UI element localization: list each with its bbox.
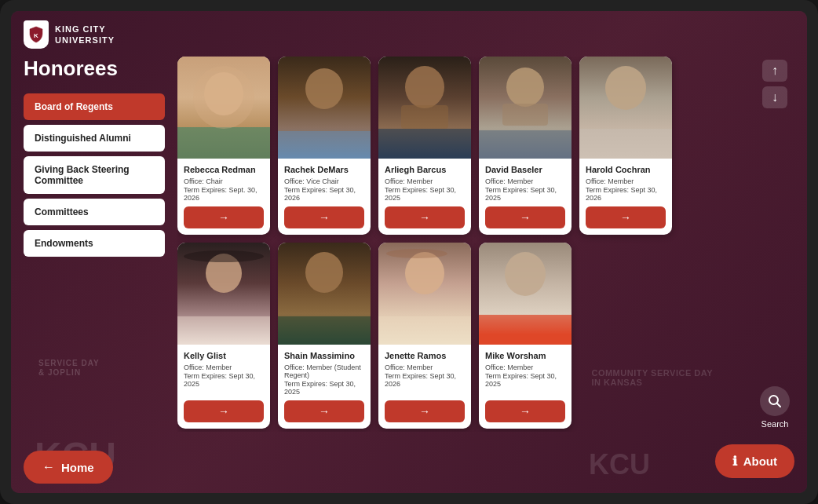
home-button-label: Home (61, 461, 94, 474)
card-name-david: David Baseler (485, 165, 565, 175)
card-info-shain: Shain Massimino Office: Member (Student … (278, 345, 371, 400)
card-name-arliegh: Arliegh Barcus (385, 165, 465, 175)
card-harold-cochran: Harold Cochran Office: Member Term Expir… (579, 57, 672, 235)
sidebar-title: Honorees (24, 57, 165, 81)
card-jenette-ramos: Jenette Ramos Office: Member Term Expire… (378, 243, 471, 429)
header: K King City University (24, 20, 794, 49)
card-office-arliegh: Office: Member (385, 177, 465, 185)
about-icon: ℹ (732, 454, 737, 469)
scroll-up-button[interactable]: ↑ (762, 60, 787, 82)
about-button[interactable]: ℹ About (715, 444, 794, 478)
photo-shain (278, 243, 371, 345)
photo-mike (479, 243, 572, 345)
card-term-david: Term Expires: Sept 30, 2025 (485, 186, 565, 202)
card-office-shain: Office: Member (Student Regent) (284, 363, 364, 379)
main-content: K King City University Honorees Board of… (11, 11, 807, 493)
photo-rebecca (177, 57, 270, 159)
photo-rachek (278, 57, 371, 159)
card-office-jenette: Office: Member (385, 363, 465, 371)
card-name-kelly: Kelly Glist (184, 351, 264, 361)
card-shain-massimino: Shain Massimino Office: Member (Student … (278, 243, 371, 429)
card-info-jenette: Jenette Ramos Office: Member Term Expire… (378, 345, 471, 400)
photo-harold (579, 57, 672, 159)
search-label: Search (761, 419, 789, 429)
sidebar-nav: Board of Regents Distinguished Alumni Gi… (24, 93, 165, 432)
card-term-arliegh: Term Expires: Sept 30, 2025 (385, 186, 465, 202)
card-info-david: David Baseler Office: Member Term Expire… (479, 159, 572, 206)
card-arrow-rachek[interactable]: → (284, 206, 364, 228)
screen: KCU KCU SERVICE DAY & JOPLIN COMMUNITY S… (11, 11, 807, 493)
card-office-rachek: Office: Vice Chair (284, 177, 364, 185)
home-button[interactable]: ← Home (24, 451, 113, 484)
svg-text:K: K (34, 32, 38, 39)
main-area: Honorees Board of Regents Distinguished … (24, 57, 794, 432)
card-name-harold: Harold Cochran (586, 165, 666, 175)
about-button-label: About (743, 455, 777, 468)
card-arrow-arliegh[interactable]: → (385, 206, 465, 228)
sidebar-item-committees[interactable]: Committees (24, 199, 165, 225)
card-office-rebecca: Office: Chair (184, 177, 264, 185)
card-arrow-david[interactable]: → (485, 206, 565, 228)
card-arrow-mike[interactable]: → (485, 400, 565, 422)
photo-jenette (378, 243, 471, 345)
card-arrow-jenette[interactable]: → (385, 400, 465, 422)
home-arrow-icon: ← (42, 460, 55, 474)
photo-kelly (177, 243, 270, 345)
sidebar-item-distinguished-alumni[interactable]: Distinguished Alumni (24, 125, 165, 152)
card-term-rebecca: Term Expires: Sept. 30, 2026 (184, 186, 264, 202)
card-arliegh-barcus: Arliegh Barcus Office: Member Term Expir… (378, 57, 471, 235)
card-info-rachek: Rachek DeMars Office: Vice Chair Term Ex… (278, 159, 371, 206)
card-arrow-rebecca[interactable]: → (184, 206, 264, 228)
card-term-rachek: Term Expires: Sept 30, 2026 (284, 186, 364, 202)
svg-line-2 (777, 404, 781, 407)
card-term-kelly: Term Expires: Sept 30, 2025 (184, 372, 264, 388)
card-info-rebecca: Rebecca Redman Office: Chair Term Expire… (177, 159, 270, 206)
scroll-controls: ↑ ↓ (762, 60, 787, 108)
card-david-baseler: David Baseler Office: Member Term Expire… (479, 57, 572, 235)
card-kelly-glist: Kelly Glist Office: Member Term Expires:… (177, 243, 270, 429)
card-info-arliegh: Arliegh Barcus Office: Member Term Expir… (378, 159, 471, 206)
cards-area: Rebecca Redman Office: Chair Term Expire… (177, 57, 743, 432)
card-info-mike: Mike Worsham Office: Member Term Expires… (479, 345, 572, 400)
search-area[interactable]: Search (760, 386, 790, 429)
card-office-david: Office: Member (485, 177, 565, 185)
card-office-harold: Office: Member (586, 177, 666, 185)
card-term-mike: Term Expires: Sept 30, 2025 (485, 372, 565, 388)
card-term-shain: Term Expires: Sept 30, 2025 (284, 380, 364, 396)
device-frame: KCU KCU SERVICE DAY & JOPLIN COMMUNITY S… (0, 0, 818, 504)
card-name-jenette: Jenette Ramos (385, 351, 465, 361)
bottom-bar: ← Home ℹ About (24, 432, 794, 484)
photo-arliegh (378, 57, 471, 159)
card-rachek-demars: Rachek DeMars Office: Vice Chair Term Ex… (278, 57, 371, 235)
card-term-harold: Term Expires: Sept 30, 2026 (586, 186, 666, 202)
sidebar-item-board-of-regents[interactable]: Board of Regents (24, 93, 165, 120)
cards-grid: Rebecca Redman Office: Chair Term Expire… (177, 57, 739, 429)
logo-area: K King City University (24, 20, 115, 49)
card-mike-worsham: Mike Worsham Office: Member Term Expires… (479, 243, 572, 429)
card-name-shain: Shain Massimino (284, 351, 364, 361)
card-arrow-kelly[interactable]: → (184, 400, 264, 422)
card-rebecca-redman: Rebecca Redman Office: Chair Term Expire… (177, 57, 270, 235)
card-info-kelly: Kelly Glist Office: Member Term Expires:… (177, 345, 270, 400)
photo-david (479, 57, 572, 159)
logo-shield: K (24, 20, 49, 49)
card-office-kelly: Office: Member (184, 363, 264, 371)
card-office-mike: Office: Member (485, 363, 565, 371)
card-name-mike: Mike Worsham (485, 351, 565, 361)
card-name-rachek: Rachek DeMars (284, 165, 364, 175)
sidebar-item-endowments[interactable]: Endowments (24, 230, 165, 257)
sidebar-item-giving-back[interactable]: Giving Back Steering Committee (24, 156, 165, 194)
face-rebecca (177, 57, 270, 159)
logo-text: King City University (55, 24, 115, 46)
search-icon (760, 386, 790, 416)
card-arrow-harold[interactable]: → (586, 206, 666, 228)
right-side: ↑ ↓ Search (755, 57, 794, 432)
card-info-harold: Harold Cochran Office: Member Term Expir… (579, 159, 672, 206)
scroll-down-button[interactable]: ↓ (762, 86, 787, 108)
card-arrow-shain[interactable]: → (284, 400, 364, 422)
card-term-jenette: Term Expires: Sept 30, 2026 (385, 372, 465, 388)
sidebar: Honorees Board of Regents Distinguished … (24, 57, 165, 432)
card-name-rebecca: Rebecca Redman (184, 165, 264, 175)
